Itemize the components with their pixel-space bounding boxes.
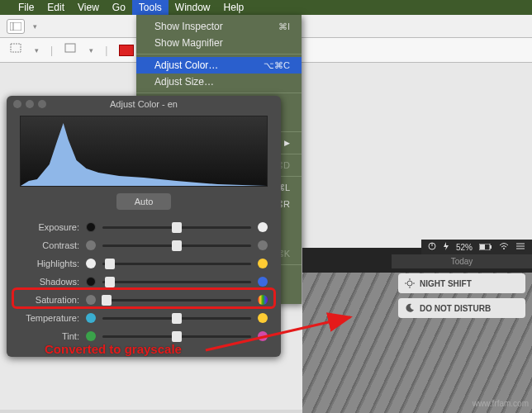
menubar-item-file[interactable]: File — [12, 0, 40, 15]
slider-label-exposure: Exposure: — [20, 222, 79, 232]
gray-dot-icon — [258, 240, 268, 250]
black-dot-icon — [86, 277, 96, 287]
notification-center-tab[interactable]: Today — [392, 254, 532, 268]
slider-thumb-highlights[interactable] — [105, 259, 115, 269]
menubar-status: 52% — [421, 240, 532, 254]
chevron-down-icon[interactable]: ▾ — [33, 22, 37, 31]
chevron-down-icon[interactable]: ▾ — [35, 46, 39, 55]
histogram — [20, 116, 268, 187]
slider-thumb-contrast[interactable] — [172, 240, 182, 251]
sun-icon — [405, 278, 415, 288]
svg-marker-6 — [444, 242, 449, 250]
wifi-icon — [499, 243, 509, 252]
svg-point-10 — [503, 248, 505, 249]
window-traffic-lights[interactable] — [13, 100, 46, 108]
menu-item-adjust-size[interactable]: Adjust Size… — [136, 74, 302, 90]
blue-dot-icon — [258, 277, 268, 287]
fill-color-swatch[interactable] — [119, 45, 134, 56]
teal-dot-icon — [86, 313, 96, 323]
yellow-dot-icon — [258, 259, 268, 268]
menubar-item-window[interactable]: Window — [169, 0, 217, 15]
power-icon — [428, 242, 436, 252]
svg-rect-2 — [11, 44, 21, 52]
slider-thumb-tint[interactable] — [172, 331, 182, 342]
slider-temperature[interactable]: Temperature: — [20, 309, 268, 327]
watermark: www.frfam.com — [473, 399, 529, 408]
svg-marker-19 — [21, 123, 267, 186]
menu-item-show-inspector[interactable]: Show Inspector⌘I — [136, 18, 302, 35]
selection-tool-icon[interactable] — [10, 43, 23, 57]
slider-contrast[interactable]: Contrast: — [20, 236, 268, 254]
menubar: FileEditViewGoToolsWindowHelp — [0, 0, 532, 15]
yellow-dot-icon — [258, 313, 268, 323]
sidebar-toggle-button[interactable] — [7, 19, 25, 34]
panel-title: Adjust Color - en — [7, 96, 281, 112]
chevron-down-icon[interactable]: ▾ — [89, 46, 93, 55]
svg-rect-0 — [10, 22, 21, 31]
slider-thumb-temperature[interactable] — [172, 313, 182, 324]
white-dot-icon — [86, 259, 96, 268]
adjust-color-panel: Adjust Color - en Auto Exposure:Contrast… — [7, 96, 281, 357]
slider-label-shadows: Shadows: — [20, 277, 79, 287]
svg-point-14 — [407, 281, 412, 286]
svg-rect-8 — [480, 244, 485, 249]
toggle-night-shift[interactable]: NIGHT SHIFT — [398, 273, 525, 293]
white-dot-icon — [258, 222, 268, 232]
battery-percent: 52% — [456, 243, 473, 252]
menubar-item-view[interactable]: View — [71, 0, 106, 15]
magenta-dot-icon — [258, 331, 268, 341]
slider-label-tint: Tint: — [20, 331, 79, 341]
svg-rect-9 — [490, 245, 492, 249]
annotation-label: Converted to grayscale — [45, 342, 182, 356]
menubar-item-edit[interactable]: Edit — [40, 0, 71, 15]
moon-icon — [405, 303, 415, 313]
svg-rect-3 — [65, 44, 75, 52]
notification-center: Today NIGHT SHIFTDO NOT DISTURB — [392, 254, 532, 323]
menubar-item-go[interactable]: Go — [106, 0, 132, 15]
menu-item-show-magnifier[interactable]: Show Magnifier — [136, 35, 302, 51]
slider-label-contrast: Contrast: — [20, 240, 79, 250]
auto-levels-button[interactable]: Auto — [116, 193, 172, 210]
annotation-highlight-box — [12, 287, 276, 309]
green-dot-icon — [86, 331, 96, 341]
slider-thumb-exposure[interactable] — [172, 222, 182, 233]
bolt-icon — [443, 242, 449, 252]
slider-thumb-shadows[interactable] — [105, 277, 115, 287]
notification-center-icon[interactable] — [515, 242, 525, 252]
menubar-item-tools[interactable]: Tools — [132, 0, 169, 15]
toggle-dnd[interactable]: DO NOT DISTURB — [398, 298, 525, 318]
shape-tool-icon[interactable] — [64, 43, 78, 57]
gray-dot-icon — [86, 240, 96, 250]
slider-exposure[interactable]: Exposure: — [20, 218, 268, 236]
menu-item-adjust-color[interactable]: Adjust Color…⌥⌘C — [136, 57, 302, 74]
menubar-item-help[interactable]: Help — [217, 0, 251, 15]
slider-highlights[interactable]: Highlights: — [20, 254, 268, 273]
slider-label-highlights: Highlights: — [20, 259, 79, 268]
slider-label-temperature: Temperature: — [20, 313, 79, 323]
black-dot-icon — [86, 222, 96, 232]
battery-icon — [479, 243, 492, 252]
